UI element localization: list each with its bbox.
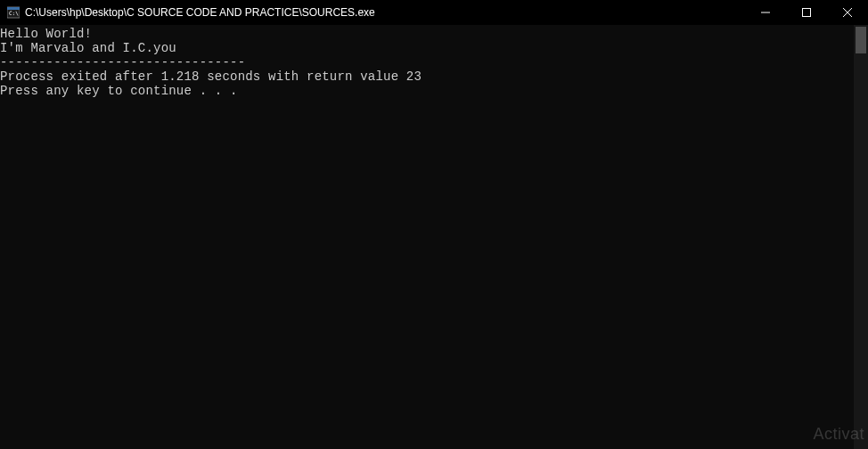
console-line: Press any key to continue . . . bbox=[0, 84, 238, 98]
console-area[interactable]: Hello World! I'm Marvalo and I.C.you ---… bbox=[0, 25, 868, 449]
window-controls bbox=[745, 0, 868, 25]
console-line: I'm Marvalo and I.C.you bbox=[0, 41, 176, 55]
console-output: Hello World! I'm Marvalo and I.C.you ---… bbox=[0, 25, 868, 98]
titlebar-left: C:\ C:\Users\hp\Desktop\C SOURCE CODE AN… bbox=[7, 6, 375, 19]
console-line: Hello World! bbox=[0, 27, 92, 41]
scrollbar-thumb[interactable] bbox=[856, 27, 866, 53]
console-app-icon: C:\ bbox=[7, 6, 20, 19]
svg-rect-4 bbox=[803, 9, 811, 17]
console-line: Process exited after 1.218 seconds with … bbox=[0, 69, 422, 84]
vertical-scrollbar[interactable] bbox=[854, 25, 868, 449]
window-title: C:\Users\hp\Desktop\C SOURCE CODE AND PR… bbox=[25, 6, 375, 19]
close-button[interactable] bbox=[827, 0, 868, 25]
window-titlebar: C:\ C:\Users\hp\Desktop\C SOURCE CODE AN… bbox=[0, 0, 868, 25]
minimize-button[interactable] bbox=[745, 0, 786, 25]
maximize-button[interactable] bbox=[786, 0, 827, 25]
console-line: -------------------------------- bbox=[0, 55, 245, 69]
svg-text:C:\: C:\ bbox=[9, 10, 19, 16]
